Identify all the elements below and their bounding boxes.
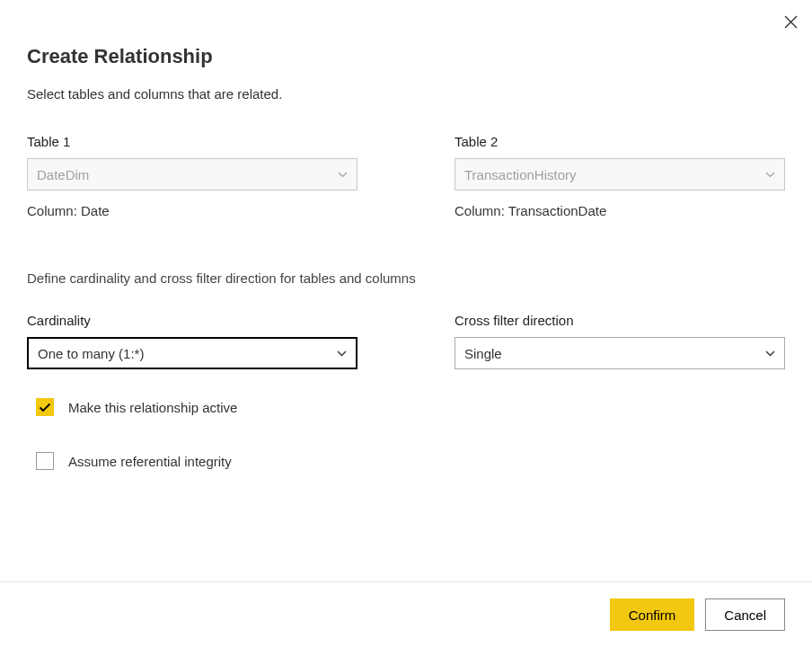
table1-column-info: Column: Date (27, 203, 357, 218)
integrity-checkbox[interactable] (36, 452, 54, 470)
section-description: Define cardinality and cross filter dire… (27, 270, 785, 286)
table2-column-label: Column: (455, 203, 505, 218)
dialog-footer: Confirm Cancel (0, 581, 812, 647)
table1-column-label: Column: (27, 203, 77, 218)
close-icon (784, 15, 798, 29)
table1-column: Table 1 DateDim Column: Date (27, 134, 357, 218)
table2-label: Table 2 (455, 134, 785, 149)
chevron-down-icon (764, 169, 775, 180)
table2-column: Table 2 TransactionHistory Column: Trans… (455, 134, 785, 218)
chevron-down-icon (336, 348, 347, 359)
cancel-button[interactable]: Cancel (705, 598, 785, 631)
dialog-subtitle: Select tables and columns that are relat… (27, 86, 785, 102)
cardinality-select[interactable]: One to many (1:*) (27, 337, 357, 369)
cardinality-column: Cardinality One to many (1:*) (27, 313, 357, 369)
close-button[interactable] (781, 13, 799, 31)
table1-column-value: Date (81, 203, 110, 218)
dialog-title: Create Relationship (27, 45, 785, 68)
cross-filter-select-value: Single (464, 346, 757, 361)
table2-column-info: Column: TransactionDate (455, 203, 785, 218)
check-icon (39, 403, 51, 412)
chevron-down-icon (764, 348, 775, 359)
cross-filter-label: Cross filter direction (455, 313, 785, 328)
table1-label: Table 1 (27, 134, 357, 149)
cardinality-row: Cardinality One to many (1:*) Cross filt… (27, 313, 785, 369)
chevron-down-icon (337, 169, 348, 180)
active-checkbox-label[interactable]: Make this relationship active (68, 400, 237, 415)
table-select-row: Table 1 DateDim Column: Date Table 2 Tra… (27, 134, 785, 218)
table2-select[interactable]: TransactionHistory (455, 158, 785, 191)
integrity-checkbox-row: Assume referential integrity (36, 452, 785, 470)
cardinality-select-value: One to many (1:*) (38, 346, 329, 361)
table2-select-value: TransactionHistory (464, 167, 757, 182)
table2-column-value: TransactionDate (508, 203, 607, 218)
cross-filter-select[interactable]: Single (455, 337, 785, 369)
cross-filter-column: Cross filter direction Single (455, 313, 785, 369)
integrity-checkbox-label[interactable]: Assume referential integrity (68, 454, 232, 469)
active-checkbox[interactable] (36, 398, 54, 416)
table1-select[interactable]: DateDim (27, 158, 357, 191)
confirm-button[interactable]: Confirm (610, 598, 695, 631)
table1-select-value: DateDim (37, 167, 330, 182)
active-checkbox-row: Make this relationship active (36, 398, 785, 416)
create-relationship-dialog: Create Relationship Select tables and co… (0, 0, 812, 647)
cardinality-label: Cardinality (27, 313, 357, 328)
